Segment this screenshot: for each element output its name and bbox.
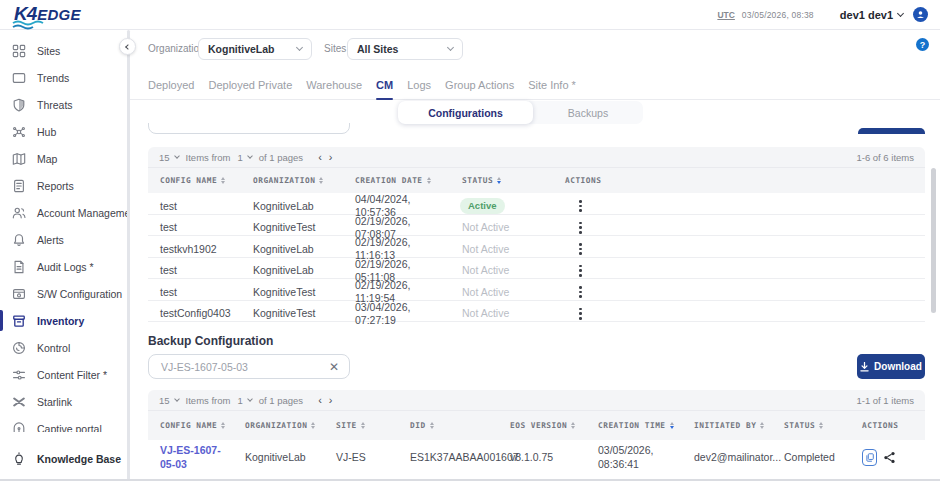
sites-select[interactable]: All Sites [347, 38, 463, 60]
sites-value: All Sites [357, 43, 398, 55]
pages-label: of 1 pages [259, 152, 303, 163]
row-actions-kebab-icon[interactable] [579, 308, 582, 320]
organization-value: KognitiveLab [208, 43, 275, 55]
sidebar-item-alerts[interactable]: Alerts [0, 226, 127, 253]
column-header-eos-version[interactable]: EOS VERSION [498, 421, 586, 430]
next-page-button[interactable]: › [329, 395, 333, 406]
next-page-button[interactable]: › [329, 152, 333, 163]
column-header-organization[interactable]: ORGANIZATION [241, 176, 343, 185]
config-table-body: test KognitiveLab 04/04/2024, 10:57:36 A… [148, 193, 925, 326]
share-button[interactable] [883, 451, 896, 464]
items-range-label: 1-1 of 1 items [856, 395, 914, 406]
help-button[interactable]: ? [916, 38, 929, 51]
sidebar-collapse-button[interactable] [119, 38, 136, 55]
report-document-icon [11, 178, 26, 193]
sidebar-item-hub[interactable]: Hub [0, 118, 127, 145]
sort-icon-active [670, 422, 674, 430]
sidebar-item-audit-logs[interactable]: Audit Logs * [0, 253, 127, 280]
tab-deployed[interactable]: Deployed [148, 70, 194, 100]
page-size-value: 15 [159, 152, 170, 163]
row-actions-kebab-icon[interactable] [579, 222, 582, 234]
clear-search-icon[interactable]: ✕ [329, 361, 339, 373]
config-primary-button-partial[interactable] [858, 128, 925, 134]
sidebar-nav-list: Sites Trends Threats Hub Map Reports [0, 30, 127, 432]
config-search-input-partial[interactable] [148, 123, 350, 135]
tab-warehouse[interactable]: Warehouse [306, 70, 362, 100]
tab-logs[interactable]: Logs [407, 70, 431, 100]
config-name-link[interactable]: VJ-ES-1607-05-03 [160, 444, 221, 469]
table-row[interactable]: test KognitiveLab 04/04/2024, 10:57:36 A… [148, 193, 925, 215]
sidebar-item-sw-configuration[interactable]: S/W Configuration [0, 280, 127, 307]
vertical-scrollbar-thumb[interactable] [931, 168, 936, 313]
page-select[interactable]: 1 [237, 395, 251, 406]
sidebar-item-label: Content Filter * [37, 369, 107, 381]
backup-table-header: CONFIG NAME ORGANIZATION SITE DID EOS VE… [148, 410, 925, 440]
app-logo[interactable]: K4 EDGE [14, 4, 81, 25]
download-icon [860, 362, 869, 372]
tab-cm[interactable]: CM [376, 70, 393, 100]
page-select[interactable]: 1 [237, 152, 251, 163]
subtab-backups[interactable]: Backups [533, 101, 643, 124]
chevron-down-icon [174, 396, 180, 402]
sidebar-item-threats[interactable]: Threats [0, 91, 127, 118]
column-header-site[interactable]: SITE [324, 421, 398, 430]
row-actions-kebab-icon[interactable] [579, 265, 582, 277]
header-datetime: 03/05/2026, 08:38 [742, 10, 814, 20]
download-label: Download [874, 361, 922, 372]
column-header-did[interactable]: DID [398, 421, 498, 430]
column-header-status[interactable]: STATUS [772, 421, 850, 430]
prev-page-button[interactable]: ‹ [318, 152, 322, 163]
backup-search-input[interactable]: VJ-ES-1607-05-03 ✕ [148, 354, 350, 379]
sidebar-item-sites[interactable]: Sites [0, 37, 127, 64]
tab-group-actions[interactable]: Group Actions [445, 70, 514, 100]
utc-toggle[interactable]: UTC [717, 10, 734, 20]
sidebar-item-captive-portal[interactable]: Captive portal [0, 415, 127, 432]
sort-icon [311, 422, 315, 430]
copy-button[interactable] [862, 449, 877, 466]
user-menu-chevron-down-icon[interactable] [897, 9, 904, 16]
cell-initiated-by: dev2@mailinator... [682, 451, 772, 464]
table-row[interactable]: test KognitiveTest 02/19/2026, 11:19:54 … [148, 279, 925, 301]
table-row[interactable]: test KognitiveTest 02/19/2026, 07:08:07 … [148, 215, 925, 237]
column-header-config-name[interactable]: CONFIG NAME [148, 176, 241, 185]
sidebar-item-starlink[interactable]: Starlink [0, 388, 127, 415]
sidebar-item-knowledge-base[interactable]: Knowledge Base [0, 438, 127, 480]
status-text: Not Active [450, 221, 553, 234]
column-header-config-name[interactable]: CONFIG NAME [148, 421, 233, 430]
download-button[interactable]: Download [857, 354, 925, 379]
column-header-creation-date[interactable]: CREATION DATE [343, 176, 450, 185]
column-header-status[interactable]: STATUS [450, 176, 553, 185]
sw-config-icon [11, 286, 26, 301]
tab-deployed-private[interactable]: Deployed Private [208, 70, 292, 100]
column-header-organization[interactable]: ORGANIZATION [233, 421, 324, 430]
subtab-configurations[interactable]: Configurations [398, 101, 533, 124]
sidebar-item-map[interactable]: Map [0, 145, 127, 172]
sidebar-item-kontrol[interactable]: Kontrol [0, 334, 127, 361]
table-row[interactable]: testkvh1902 KognitiveLab 02/19/2026, 11:… [148, 236, 925, 258]
table-row[interactable]: test KognitiveLab 02/19/2026, 05:11:08 N… [148, 258, 925, 280]
status-text: Not Active [450, 286, 553, 299]
column-header-creation-time[interactable]: CREATION TIME [586, 421, 682, 430]
sidebar-item-inventory[interactable]: Inventory [0, 307, 127, 334]
row-actions-kebab-icon[interactable] [579, 243, 582, 255]
sidebar-item-account-management[interactable]: Account Management [0, 199, 127, 226]
table-row[interactable]: testConfig0403 KognitiveTest 03/04/2026,… [148, 301, 925, 323]
page-size-select[interactable]: 15 [159, 152, 179, 163]
sidebar-item-label: Hub [37, 126, 56, 138]
prev-page-button[interactable]: ‹ [318, 395, 322, 406]
sidebar-item-content-filter[interactable]: Content Filter * [0, 361, 127, 388]
row-actions-kebab-icon[interactable] [579, 286, 582, 298]
sidebar-item-reports[interactable]: Reports [0, 172, 127, 199]
table-row[interactable]: VJ-ES-1607-05-03 KognitiveLab VJ-ES ES1K… [148, 440, 925, 475]
sidebar-item-trends[interactable]: Trends [0, 64, 127, 91]
user-avatar[interactable] [913, 7, 928, 22]
audit-log-icon [11, 259, 26, 274]
row-actions-kebab-icon[interactable] [579, 200, 582, 212]
organization-select[interactable]: KognitiveLab [198, 38, 312, 60]
sort-icon [819, 422, 823, 430]
page-size-select[interactable]: 15 [159, 395, 179, 406]
backup-search-value: VJ-ES-1607-05-03 [161, 361, 248, 373]
cell-site: VJ-ES [324, 451, 398, 464]
column-header-initiated-by[interactable]: INITIATED BY [682, 421, 772, 430]
tab-site-info[interactable]: Site Info * [528, 70, 576, 100]
